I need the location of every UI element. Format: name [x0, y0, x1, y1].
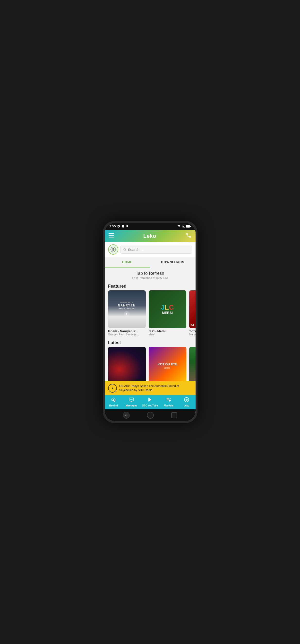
featured-thumb-2: JLC MERSI [149, 290, 186, 328]
nav-messages[interactable]: Messages [124, 397, 139, 407]
featured-card-1[interactable]: ISHAM RATH NANRYEN PANN SANZE Isham - Na… [108, 290, 146, 336]
battery-icon [186, 225, 191, 228]
featured-sub-3: Manyer Mon Pe Santi... [189, 333, 195, 336]
svg-point-13 [131, 399, 132, 400]
leko-nav-icon [184, 397, 189, 404]
svg-rect-3 [190, 226, 191, 226]
gear-icon [117, 225, 120, 228]
nav-leko[interactable]: Leko [179, 397, 194, 407]
hamburger-menu-button[interactable] [109, 233, 114, 239]
featured-title-1: Isham - Nanryen P... [108, 329, 146, 333]
toolbar: Leko [105, 230, 195, 242]
now-playing-text: ON AIR: Radyo Sesel: The Authentic Sound… [119, 384, 192, 392]
featured-title-3: T-Trey - Prouve (f [189, 329, 195, 333]
featured-card-3[interactable]: T-T T-Trey - Prouve (f Manyer Mon Pe San… [189, 290, 195, 336]
home-button[interactable] [147, 412, 154, 418]
latest-card-2[interactable]: KOT OU ETE garro Gatto - Kot Ou Ete Gatt… [149, 347, 186, 381]
featured-sub-2: Mersi [149, 333, 186, 336]
nav-playlists[interactable]: Playlists [161, 397, 176, 407]
nav-sbc-youtube[interactable]: SBC YouTube [142, 397, 158, 407]
latest-card-3[interactable]: Aslan - Rezon Aslan - Rezon [189, 347, 195, 381]
status-icons [177, 225, 191, 228]
call-button[interactable] [186, 232, 191, 240]
android-nav [105, 410, 195, 421]
featured-label: Featured [105, 282, 195, 290]
latest-scroll: Keartsea & Juliah ... Keartsea & Juliah … [105, 347, 195, 381]
tabs: HOME DOWNLOADS [105, 257, 195, 268]
phone-frame: 2:55 [103, 221, 197, 423]
svg-point-12 [131, 399, 131, 400]
phone-screen: 2:55 [105, 223, 195, 421]
search-input[interactable] [128, 248, 189, 252]
messages-icon [129, 397, 134, 404]
main-content: Tap to Refresh Last Refreshed at 02:53PM… [105, 268, 195, 381]
bottom-nav: Rewind Messages [105, 395, 195, 410]
rewind-icon [111, 397, 116, 404]
nav-sbc-label: SBC YouTube [142, 404, 158, 407]
nav-messages-label: Messages [126, 404, 137, 407]
featured-scroll: ISHAM RATH NANRYEN PANN SANZE Isham - Na… [105, 290, 195, 338]
nav-rewind-label: Rewind [109, 404, 118, 407]
svg-rect-6 [109, 237, 114, 238]
featured-thumb-1: ISHAM RATH NANRYEN PANN SANZE [108, 290, 146, 328]
tab-downloads[interactable]: DOWNLOADS [150, 257, 195, 268]
search-bar-area [105, 242, 195, 257]
recents-button[interactable] [171, 412, 177, 418]
featured-card-2[interactable]: JLC MERSI JLC - Mersi Mersi [149, 290, 186, 336]
latest-thumb-2: KOT OU ETE garro [149, 347, 186, 381]
status-bar: 2:55 [105, 223, 195, 229]
tab-home[interactable]: HOME [105, 257, 150, 268]
featured-thumb-3: T-T [189, 290, 195, 328]
svg-rect-5 [109, 235, 114, 236]
app-logo [108, 244, 118, 254]
svg-point-9 [113, 249, 114, 250]
svg-rect-1 [126, 225, 128, 227]
circle-icon [122, 225, 125, 228]
svg-marker-15 [149, 398, 151, 402]
nav-leko-label: Leko [184, 404, 189, 407]
play-button[interactable] [108, 384, 117, 392]
svg-rect-2 [186, 225, 190, 227]
svg-point-0 [122, 225, 124, 228]
app-title: Leko [143, 233, 156, 239]
search-icon [123, 248, 127, 252]
playlists-icon [166, 397, 171, 404]
now-playing-bar[interactable]: ON AIR: Radyo Sesel: The Authentic Sound… [105, 381, 195, 395]
status-left: 2:55 [110, 224, 129, 228]
svg-point-22 [186, 400, 187, 400]
featured-title-2: JLC - Mersi [149, 329, 186, 333]
latest-card-1[interactable]: Keartsea & Juliah ... Keartsea & Juliah … [108, 347, 146, 381]
signal-icon [182, 225, 185, 228]
latest-label: Latest [105, 338, 195, 347]
svg-point-14 [132, 399, 133, 400]
back-button[interactable] [123, 412, 130, 418]
featured-sub-1: Nanryen Pann Sanze (a... [108, 333, 146, 336]
sbc-youtube-icon [147, 397, 153, 404]
nav-playlists-label: Playlists [163, 404, 173, 407]
refresh-section[interactable]: Tap to Refresh Last Refreshed at 02:53PM [105, 268, 195, 282]
latest-thumb-1 [108, 347, 146, 381]
refresh-title: Tap to Refresh [105, 271, 195, 276]
latest-thumb-3 [189, 347, 195, 381]
svg-rect-4 [109, 233, 114, 234]
wifi-icon [177, 225, 181, 228]
sim-icon [126, 225, 129, 228]
nav-rewind[interactable]: Rewind [106, 397, 121, 407]
status-time: 2:55 [110, 224, 116, 228]
search-input-wrap[interactable] [120, 246, 192, 254]
refresh-subtitle: Last Refreshed at 02:53PM [105, 276, 195, 280]
